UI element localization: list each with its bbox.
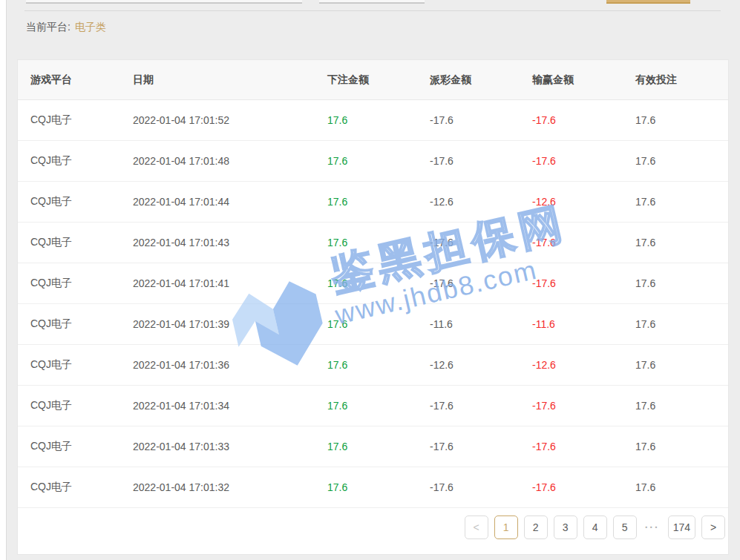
cell-bet-amount: 17.6 bbox=[327, 318, 430, 330]
cell-date: 2022-01-04 17:01:39 bbox=[133, 318, 327, 330]
cell-valid-bet: 17.6 bbox=[635, 155, 728, 167]
table-row: CQJ电子 2022-01-04 17:01:39 17.6 -11.6 -11… bbox=[18, 304, 728, 345]
cell-valid-bet: 17.6 bbox=[635, 318, 728, 330]
cell-valid-bet: 17.6 bbox=[635, 277, 728, 289]
cell-date: 2022-01-04 17:01:33 bbox=[133, 441, 327, 452]
cell-payout-amount: -17.6 bbox=[430, 441, 532, 452]
table-header-row: 游戏平台 日期 下注金额 派彩金额 输赢金额 有效投注 bbox=[18, 60, 728, 100]
cell-valid-bet: 17.6 bbox=[635, 237, 728, 248]
table-row: CQJ电子 2022-01-04 17:01:44 17.6 -12.6 -12… bbox=[18, 182, 728, 223]
cell-payout-amount: -17.6 bbox=[430, 114, 532, 126]
cell-winloss-amount: -17.6 bbox=[532, 481, 635, 493]
cell-winloss-amount: -17.6 bbox=[532, 155, 635, 167]
cell-date: 2022-01-04 17:01:43 bbox=[133, 237, 327, 248]
column-header-winloss-amount: 输赢金额 bbox=[532, 73, 635, 87]
page-left-edge bbox=[0, 0, 7, 560]
page-button-5[interactable]: 5 bbox=[613, 515, 637, 539]
cell-valid-bet: 17.6 bbox=[635, 114, 728, 126]
filter-input-fragment-2[interactable] bbox=[319, 0, 425, 4]
table-row: CQJ电子 2022-01-04 17:01:33 17.6 -17.6 -17… bbox=[18, 426, 728, 467]
top-separator bbox=[24, 10, 721, 11]
search-button-fragment[interactable] bbox=[606, 0, 690, 4]
page-button-3[interactable]: 3 bbox=[554, 515, 577, 539]
cell-bet-amount: 17.6 bbox=[327, 359, 430, 371]
cell-date: 2022-01-04 17:01:52 bbox=[133, 114, 327, 126]
page-button-1[interactable]: 1 bbox=[494, 515, 518, 539]
filter-input-fragment-1[interactable] bbox=[26, 0, 302, 4]
cell-bet-amount: 17.6 bbox=[327, 481, 430, 493]
cell-bet-amount: 17.6 bbox=[327, 155, 430, 167]
cell-winloss-amount: -17.6 bbox=[532, 237, 635, 248]
cell-winloss-amount: -17.6 bbox=[532, 277, 635, 289]
page-button-2[interactable]: 2 bbox=[524, 515, 548, 539]
table-row: CQJ电子 2022-01-04 17:01:34 17.6 -17.6 -17… bbox=[18, 386, 728, 426]
cell-platform: CQJ电子 bbox=[30, 481, 133, 494]
column-header-payout-amount: 派彩金额 bbox=[430, 73, 532, 87]
cell-valid-bet: 17.6 bbox=[635, 441, 728, 452]
cell-platform: CQJ电子 bbox=[30, 358, 133, 372]
cell-valid-bet: 17.6 bbox=[635, 196, 728, 208]
cell-payout-amount: -17.6 bbox=[430, 237, 532, 248]
cell-bet-amount: 17.6 bbox=[327, 237, 430, 248]
cell-payout-amount: -17.6 bbox=[430, 155, 532, 167]
table-row: CQJ电子 2022-01-04 17:01:52 17.6 -17.6 -17… bbox=[18, 100, 728, 141]
cell-payout-amount: -12.6 bbox=[430, 196, 532, 208]
cell-payout-amount: -11.6 bbox=[430, 318, 532, 330]
table-row: CQJ电子 2022-01-04 17:01:41 17.6 -17.6 -17… bbox=[18, 263, 728, 304]
cell-winloss-amount: -12.6 bbox=[532, 359, 635, 371]
cell-date: 2022-01-04 17:01:32 bbox=[133, 481, 327, 493]
cell-winloss-amount: -11.6 bbox=[532, 318, 635, 330]
column-header-date: 日期 bbox=[133, 73, 327, 87]
cell-platform: CQJ电子 bbox=[30, 440, 133, 453]
cell-bet-amount: 17.6 bbox=[327, 114, 430, 126]
cell-platform: CQJ电子 bbox=[30, 113, 133, 127]
cell-date: 2022-01-04 17:01:34 bbox=[133, 400, 327, 412]
page-button-4[interactable]: 4 bbox=[583, 515, 607, 539]
records-table-card: 游戏平台 日期 下注金额 派彩金额 输赢金额 有效投注 CQJ电子 2022-0… bbox=[17, 59, 729, 555]
cell-platform: CQJ电子 bbox=[30, 236, 133, 249]
cell-date: 2022-01-04 17:01:36 bbox=[133, 359, 327, 371]
pagination: < 1 2 3 4 5 ··· 174 > bbox=[18, 500, 728, 554]
cell-platform: CQJ电子 bbox=[30, 154, 133, 168]
table-row: CQJ电子 2022-01-04 17:01:43 17.6 -17.6 -17… bbox=[18, 223, 728, 263]
prev-page-button[interactable]: < bbox=[465, 515, 488, 539]
cell-winloss-amount: -17.6 bbox=[532, 400, 635, 412]
cell-bet-amount: 17.6 bbox=[327, 400, 430, 412]
cell-date: 2022-01-04 17:01:41 bbox=[133, 277, 327, 289]
table-row: CQJ电子 2022-01-04 17:01:36 17.6 -12.6 -12… bbox=[18, 345, 728, 386]
cell-winloss-amount: -17.6 bbox=[532, 441, 635, 452]
cell-date: 2022-01-04 17:01:48 bbox=[133, 155, 327, 167]
pagination-ellipsis-icon: ··· bbox=[643, 521, 662, 533]
table-row: CQJ电子 2022-01-04 17:01:48 17.6 -17.6 -17… bbox=[18, 141, 728, 182]
next-page-button[interactable]: > bbox=[701, 515, 725, 539]
current-platform-value: 电子类 bbox=[75, 21, 106, 33]
cell-payout-amount: -17.6 bbox=[430, 481, 532, 493]
cell-platform: CQJ电子 bbox=[30, 399, 133, 412]
cell-valid-bet: 17.6 bbox=[635, 359, 728, 371]
cell-valid-bet: 17.6 bbox=[635, 481, 728, 493]
current-platform-label: 当前平台: bbox=[26, 21, 71, 33]
current-platform-bar: 当前平台:电子类 bbox=[26, 21, 106, 34]
cell-winloss-amount: -17.6 bbox=[532, 114, 635, 126]
cell-bet-amount: 17.6 bbox=[327, 441, 430, 452]
cell-platform: CQJ电子 bbox=[30, 277, 133, 290]
cell-platform: CQJ电子 bbox=[30, 195, 133, 208]
cell-payout-amount: -17.6 bbox=[430, 277, 532, 289]
cell-bet-amount: 17.6 bbox=[327, 196, 430, 208]
cell-valid-bet: 17.6 bbox=[635, 400, 728, 412]
cell-bet-amount: 17.6 bbox=[327, 277, 430, 289]
column-header-game-platform: 游戏平台 bbox=[30, 73, 133, 87]
cell-payout-amount: -12.6 bbox=[430, 359, 532, 371]
cell-payout-amount: -17.6 bbox=[430, 400, 532, 412]
page-button-last[interactable]: 174 bbox=[668, 515, 695, 539]
column-header-bet-amount: 下注金额 bbox=[327, 73, 430, 87]
cell-date: 2022-01-04 17:01:44 bbox=[133, 196, 327, 208]
cell-platform: CQJ电子 bbox=[30, 317, 133, 331]
cell-winloss-amount: -12.6 bbox=[532, 196, 635, 208]
column-header-valid-bet: 有效投注 bbox=[635, 73, 728, 87]
